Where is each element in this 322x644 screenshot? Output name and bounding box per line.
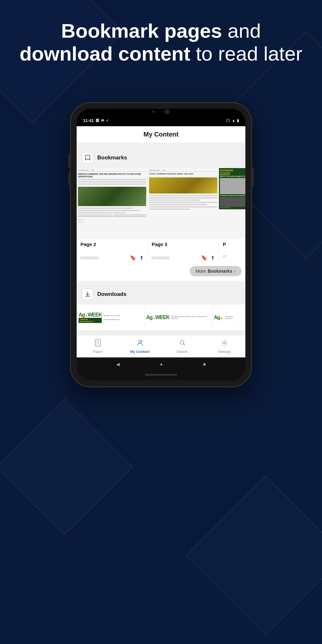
agweek-mock-3: Ag▲ Coronavirus pandemic... [212, 305, 237, 330]
card-3-date: 07/ [223, 255, 227, 258]
bookmark-card-1[interactable]: REGIONAL NEWS 1985 HMONG FARMERS USE MN-… [77, 168, 148, 264]
agweek-ad-1: SUPERIORGrain Equipment [79, 318, 102, 323]
hero-bold-1: Bookmark pages [61, 20, 222, 42]
bookmark-cards: REGIONAL NEWS 1985 HMONG FARMERS USE MN-… [77, 168, 245, 264]
time-display: 11:41 [83, 118, 94, 123]
bookmarks-label: Bookmarks [97, 155, 127, 161]
card-2-date: 07/20/2020 [152, 256, 169, 260]
back-button[interactable]: ◀ [116, 362, 120, 367]
download-card-2[interactable]: Ag▲WEEK SD family ready to party for Jul… [144, 305, 212, 330]
bookmark-card-2[interactable]: REGIONAL NEWS 1985 Study: Farmers produc… [148, 168, 219, 264]
my-content-nav-label: My Content [130, 350, 150, 354]
settings-nav-icon [221, 339, 228, 349]
bookmark-icon [82, 152, 93, 164]
bookmarks-header: Bookmarks [77, 147, 245, 168]
downloads-label: Downloads [97, 291, 127, 298]
bookmarks-section: Bookmarks REGIONAL NEWS 1985 HMONG FARME… [77, 147, 245, 281]
home-indicator [145, 374, 177, 376]
svg-line-7 [183, 344, 185, 346]
agweek-logo-1: Ag▲WEEK [79, 312, 102, 318]
volume-down-button [68, 172, 70, 185]
paper-nav-icon [94, 339, 101, 349]
wifi-icon: ▲ [232, 118, 235, 122]
search-nav-label: Search [176, 350, 188, 354]
recent-button[interactable]: ■ [203, 362, 206, 367]
camera-lens [165, 109, 170, 114]
card-2-title: Page 3 [152, 242, 215, 247]
home-indicator-area [77, 371, 245, 381]
nav-settings[interactable]: Settings [203, 339, 245, 354]
more-chevron: › [234, 269, 236, 274]
nav-search[interactable]: Search [161, 339, 203, 354]
power-button [252, 167, 254, 187]
camera-area [77, 109, 245, 115]
card-3-image: SUPERIOR Grain Equipment 866.822.9145 MA… [219, 168, 245, 239]
more-bookmarks-wrapper: More Bookmarks › [77, 264, 245, 281]
card-1-image: REGIONAL NEWS 1985 HMONG FARMERS USE MN-… [77, 168, 147, 239]
bookmark-action-icon[interactable]: 🔖 [130, 255, 136, 261]
downloads-section: Downloads Ag▲WEEK SUPERIORGrain Equipmen… [77, 284, 245, 330]
app-topbar: My Content [77, 126, 245, 143]
bottom-navigation: Paper My Content [77, 335, 245, 357]
agweek-date-1: Monday, July 20, 2020www.superiorbins.co… [104, 315, 120, 320]
home-button[interactable]: ● [160, 362, 163, 367]
agweek-mock-1: Ag▲WEEK SUPERIORGrain Equipment Monday, … [77, 305, 144, 330]
downloads-header: Downloads [77, 284, 245, 305]
agweek-mock-2: Ag▲WEEK SD family ready to party for Jul… [144, 305, 212, 330]
nav-my-content[interactable]: My Content [119, 339, 161, 354]
more-bookmarks-button[interactable]: More Bookmarks › [190, 266, 242, 276]
phone-mockup: 11:41 🖼 ✉ ✓ 📳 ▲ ▮ My Content [71, 103, 251, 386]
card-1-date: 07/20/2020 [80, 256, 98, 260]
share-action-icon[interactable]: ⬆ [139, 255, 144, 261]
card-3-footer: 07/ [219, 253, 245, 261]
more-bold: Bookmarks [208, 269, 232, 274]
app-title: My Content [144, 131, 179, 138]
agweek-logo-3: Ag▲ [214, 315, 223, 320]
hero-normal-2: to read later [190, 43, 302, 65]
download-icon [82, 289, 93, 300]
more-label: More [195, 269, 206, 274]
download-card-1[interactable]: Ag▲WEEK SUPERIORGrain Equipment Monday, … [77, 305, 144, 330]
battery-icon: ▮ [237, 118, 239, 123]
hero-normal-1: and [222, 20, 261, 42]
status-bar: 11:41 🖼 ✉ ✓ 📳 ▲ ▮ [77, 115, 245, 126]
my-content-nav-icon [137, 339, 144, 349]
volume-up-button [68, 155, 70, 167]
agweek-date-3: Coronavirus pandemic... [225, 316, 235, 319]
mail-icon: ✉ [101, 118, 104, 123]
card-1-title: Page 2 [80, 242, 144, 247]
agweek-date-2: SD family ready to party for July 1 comb… [171, 316, 206, 319]
paper-nav-label: Paper [93, 350, 102, 354]
app-content: Bookmarks REGIONAL NEWS 1985 HMONG FARME… [77, 143, 245, 335]
card-1-footer: 07/20/2020 🔖 ⬆ [77, 253, 147, 264]
svg-point-8 [223, 342, 225, 344]
vibrate-icon: 📳 [226, 118, 230, 123]
agweek-logo-2: Ag▲WEEK [146, 315, 169, 320]
hero-bold-2: download content [20, 43, 190, 65]
download-card-3[interactable]: Ag▲ Coronavirus pandemic... [212, 305, 238, 330]
android-navigation: ◀ ● ■ [77, 357, 245, 371]
bookmark-action-icon-2[interactable]: 🔖 [201, 255, 207, 261]
bookmark-card-3[interactable]: SUPERIOR Grain Equipment 866.822.9145 MA… [219, 168, 245, 264]
search-nav-icon [179, 339, 186, 349]
check-icon: ✓ [106, 118, 109, 123]
share-action-icon-2[interactable]: ⬆ [211, 255, 215, 261]
download-cards: Ag▲WEEK SUPERIORGrain Equipment Monday, … [77, 305, 245, 330]
nav-paper[interactable]: Paper [77, 339, 119, 354]
settings-nav-label: Settings [218, 350, 231, 354]
hero-section: Bookmark pages and download content to r… [0, 13, 322, 72]
photo-icon: 🖼 [96, 118, 99, 122]
speaker-dot [152, 110, 155, 113]
card-2-image: REGIONAL NEWS 1985 Study: Farmers produc… [148, 168, 219, 239]
app-screen: My Content Bookmarks [77, 126, 245, 357]
card-2-footer: 07/20/2020 🔖 ⬆ [148, 253, 219, 264]
card-3-title: P [223, 242, 245, 247]
